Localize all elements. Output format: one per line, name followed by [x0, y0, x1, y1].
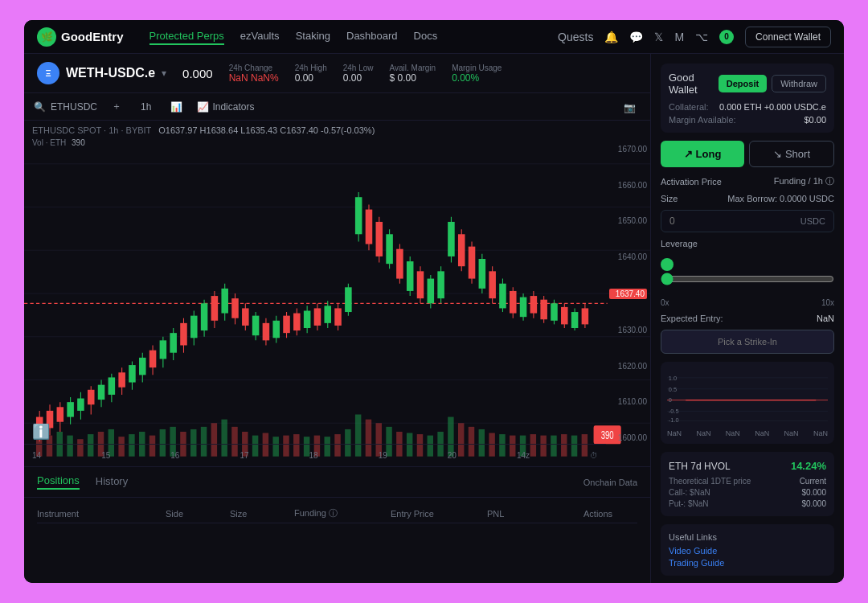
chart-symbol: ETHUSDC — [51, 101, 97, 113]
quests-link[interactable]: Quests — [558, 31, 593, 43]
leverage-slider-container — [661, 258, 834, 289]
svg-rect-27 — [129, 365, 136, 383]
trading-guide-link[interactable]: Trading Guide — [669, 558, 826, 568]
onchain-data-label: Onchain Data — [583, 478, 637, 487]
chart-type-button[interactable]: 📊 — [166, 100, 187, 114]
medium-icon[interactable]: M — [674, 31, 684, 43]
x-label-18: 18 — [309, 451, 318, 460]
nav-ezvaults[interactable]: ezVaults — [240, 28, 280, 45]
svg-rect-87 — [437, 271, 444, 298]
size-input[interactable] — [669, 215, 794, 227]
x-label-17: 17 — [240, 451, 248, 460]
nav-staking[interactable]: Staking — [296, 28, 330, 45]
svg-rect-101 — [510, 291, 517, 314]
tab-positions[interactable]: Positions — [37, 474, 80, 490]
chart-search[interactable]: 🔍 ETHUSDC — [34, 101, 97, 113]
svg-rect-25 — [118, 372, 125, 387]
margin-available-value: $0.00 — [804, 115, 826, 125]
mini-chart-svg: 1.0 0.5 0 -0.5 -1.0 — [667, 368, 828, 425]
indicators-icon: 📈 — [197, 101, 209, 113]
margin-available-label: Margin Available: — [669, 115, 736, 125]
size-unit: USDC — [800, 216, 825, 226]
svg-rect-91 — [458, 234, 465, 266]
ticker-chevron-icon[interactable]: ▾ — [162, 68, 166, 79]
chart-header-info: ETHUSDC SPOT · 1h · BYBIT O1637.97 H1638… — [32, 125, 375, 135]
svg-rect-13 — [57, 407, 64, 421]
chart-svg: 390 — [24, 121, 650, 466]
leverage-min-label: 0x — [661, 298, 669, 307]
expected-entry-value: NaN — [817, 314, 834, 323]
discord-icon[interactable]: 💬 — [629, 31, 643, 43]
wallet-header: Good Wallet Deposit Withdraw — [669, 72, 826, 96]
svg-rect-107 — [540, 300, 547, 320]
svg-rect-71 — [355, 197, 362, 234]
short-button[interactable]: ↘ Short — [749, 141, 834, 167]
chart-ohlc: O1637.97 H1638.64 L1635.43 C1637.40 -0.5… — [158, 125, 375, 135]
tab-history[interactable]: History — [96, 475, 128, 489]
max-borrow-label: Max Borrow: 0.0000 USDC — [727, 194, 834, 203]
github-icon[interactable]: ⌥ — [695, 31, 708, 43]
hvol-put-row: Put-: $NaN $0.000 — [669, 499, 826, 508]
ticker-high-label: 24h High — [295, 64, 327, 72]
svg-rect-51 — [252, 316, 260, 336]
hvol-header: ETH 7d HVOL 14.24% — [669, 460, 826, 472]
strike-input[interactable] — [661, 330, 834, 354]
main-layout: Ξ WETH-USDC.e ▾ 0.000 24h Change NaN NaN… — [24, 54, 844, 583]
nav-protected-perps[interactable]: Protected Perps — [149, 28, 224, 45]
svg-rect-43 — [211, 296, 219, 321]
svg-rect-49 — [242, 308, 249, 326]
col-instrument: Instrument — [37, 507, 166, 519]
hvol-value: 14.24% — [791, 460, 826, 472]
col-pnl: PNL — [487, 507, 583, 519]
nav-docs[interactable]: Docs — [414, 28, 438, 45]
svg-rect-85 — [428, 279, 435, 304]
ticker-low-value: 0.00 — [343, 72, 374, 84]
timeframe-button[interactable]: 1h — [136, 100, 156, 114]
wallet-actions: Deposit Withdraw — [719, 75, 826, 92]
chart-timezone-icon[interactable]: ⏱ — [590, 451, 598, 460]
chart-toolbar: 🔍 ETHUSDC ＋ 1h 📊 📈 Indicators 📷 — [24, 93, 650, 121]
add-symbol-button[interactable]: ＋ — [107, 98, 126, 115]
ticker-margin-stat: Avail. Margin $ 0.00 — [390, 64, 436, 84]
ticker-change-value: NaN NaN% — [229, 72, 279, 84]
activation-price-row: Activation Price Funding / 1h ⓘ — [661, 175, 834, 187]
left-panel: Ξ WETH-USDC.e ▾ 0.000 24h Change NaN NaN… — [24, 54, 651, 583]
deposit-button[interactable]: Deposit — [719, 75, 767, 92]
video-guide-link[interactable]: Video Guide — [669, 546, 826, 556]
col-funding: Funding ⓘ — [294, 507, 391, 519]
indicators-button[interactable]: 📈 Indicators — [197, 101, 254, 113]
hvol-section: ETH 7d HVOL 14.24% Theoretical 1DTE pric… — [661, 452, 834, 516]
mini-chart-labels: NaN NaN NaN NaN NaN NaN — [667, 429, 828, 437]
svg-rect-19 — [88, 390, 95, 404]
screenshot-button[interactable]: 📷 — [619, 100, 641, 115]
ticker-high-stat: 24h High 0.00 — [295, 64, 327, 84]
chart-toolbar-right: 📷 — [619, 100, 641, 114]
top-nav: 🌿 GoodEntry Protected Perps ezVaults Sta… — [24, 20, 844, 54]
links-section: Useful Links Video Guide Trading Guide — [661, 524, 834, 576]
wallet-title: Good Wallet — [669, 72, 719, 96]
connect-wallet-button[interactable]: Connect Wallet — [745, 27, 831, 47]
ticker-high-value: 0.00 — [295, 72, 327, 84]
svg-text:390: 390 — [601, 429, 614, 441]
ticker-low-label: 24h Low — [343, 64, 374, 72]
twitter-icon[interactable]: 𝕏 — [654, 31, 663, 43]
hvol-put-label: Put-: $NaN — [669, 499, 708, 508]
trending-down-icon: ↘ — [773, 148, 782, 160]
right-panel: Good Wallet Deposit Withdraw Collateral:… — [651, 54, 844, 583]
withdraw-button[interactable]: Withdraw — [772, 75, 826, 92]
svg-rect-23 — [108, 377, 116, 395]
hvol-title: ETH 7d HVOL — [669, 461, 731, 472]
bell-icon[interactable]: 🔔 — [604, 31, 618, 43]
svg-rect-113 — [571, 312, 579, 328]
size-input-row[interactable]: USDC — [661, 210, 834, 232]
svg-rect-65 — [324, 306, 331, 323]
svg-rect-15 — [67, 402, 74, 416]
nav-dashboard[interactable]: Dashboard — [346, 28, 398, 45]
positions-header: Instrument Side Size Funding ⓘ Entry Pri… — [37, 504, 637, 523]
long-button[interactable]: ↗ Long — [661, 141, 744, 167]
ticker-bar: Ξ WETH-USDC.e ▾ 0.000 24h Change NaN NaN… — [24, 54, 650, 93]
leverage-slider[interactable] — [661, 273, 834, 285]
ticker-margin-value: $ 0.00 — [390, 72, 436, 84]
hvol-theoretical-label: Theoretical 1DTE price — [669, 477, 751, 486]
svg-rect-39 — [190, 316, 198, 338]
